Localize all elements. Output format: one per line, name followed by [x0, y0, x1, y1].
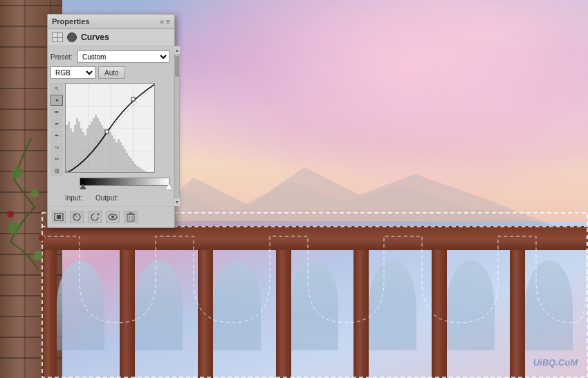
svg-rect-42	[122, 146, 124, 173]
eyedropper-black-tool[interactable]: ✒	[50, 106, 63, 117]
svg-rect-48	[134, 164, 136, 173]
arch-2	[120, 250, 198, 378]
smooth-curve-tool[interactable]: ∿	[50, 142, 63, 153]
svg-rect-68	[129, 213, 132, 214]
io-row: Input: Output:	[65, 194, 169, 202]
scroll-up-arrow[interactable]: ▲	[175, 48, 180, 53]
svg-rect-17	[70, 129, 72, 173]
point-tool[interactable]: ✦	[50, 95, 63, 106]
curves-grid-svg	[66, 84, 155, 173]
svg-point-4	[30, 189, 39, 198]
bottom-toolbar	[48, 206, 174, 227]
svg-rect-44	[126, 153, 128, 173]
properties-panel: Properties « ≡ Curves Preset: Custom	[47, 14, 175, 228]
panel-title: Properties	[52, 17, 89, 26]
grid-cell-1	[53, 33, 57, 37]
svg-rect-53	[145, 171, 147, 173]
reset-button[interactable]	[88, 211, 102, 223]
arch-6	[432, 250, 510, 378]
scroll-down-arrow[interactable]: ▼	[175, 200, 180, 205]
svg-rect-25	[86, 129, 89, 173]
preset-row: Preset: Custom	[50, 50, 169, 63]
svg-rect-43	[124, 149, 126, 173]
eyedropper-white-tool[interactable]: ✒	[50, 130, 63, 141]
adjustment-icon	[67, 32, 77, 42]
scrollbar-thumb[interactable]	[175, 56, 179, 77]
grid-icon	[52, 32, 63, 42]
svg-point-3	[12, 167, 23, 178]
svg-rect-57	[66, 171, 69, 173]
svg-rect-37	[111, 135, 113, 173]
channel-mixer-tool[interactable]: ⊞	[50, 165, 63, 176]
svg-point-7	[7, 211, 14, 218]
arch-4	[276, 250, 354, 378]
preset-select[interactable]: Custom	[77, 50, 169, 63]
svg-rect-51	[140, 169, 143, 173]
channel-select[interactable]: RGB	[50, 66, 95, 79]
white-point-handle[interactable]	[165, 184, 172, 189]
scrollbar-track[interactable]	[174, 54, 180, 198]
grid-cell-3	[53, 38, 57, 42]
svg-rect-34	[105, 132, 107, 173]
svg-rect-36	[109, 132, 111, 173]
preset-label: Preset:	[50, 53, 75, 61]
svg-rect-39	[116, 142, 118, 173]
output-label: Output:	[95, 194, 123, 202]
svg-point-5	[8, 222, 20, 234]
svg-rect-31	[99, 122, 101, 173]
panel-body: Preset: Custom RGB Auto ↖ ✦ ✒ ✒	[48, 46, 174, 206]
pencil-tool[interactable]: ✏	[50, 153, 63, 164]
svg-rect-47	[132, 161, 134, 173]
delete-icon	[127, 212, 135, 222]
svg-rect-20	[76, 118, 78, 173]
svg-rect-15	[66, 125, 68, 173]
svg-rect-28	[93, 118, 95, 173]
arch-5	[353, 250, 432, 378]
svg-rect-54	[147, 172, 149, 173]
grid-cell-4	[58, 38, 63, 42]
svg-marker-63	[97, 214, 100, 216]
input-label: Input:	[65, 194, 93, 202]
svg-rect-61	[57, 215, 61, 219]
eyedropper-gray-tool[interactable]: ✒	[50, 118, 63, 129]
svg-rect-19	[74, 125, 76, 173]
svg-point-6	[33, 251, 43, 261]
panel-titlebar: Properties « ≡	[48, 15, 174, 29]
bridge	[42, 226, 588, 378]
history-icon	[72, 212, 82, 222]
collapse-icon[interactable]: «	[160, 18, 165, 26]
curves-graph[interactable]	[65, 83, 155, 173]
bridge-beam	[42, 226, 588, 250]
auto-button[interactable]: Auto	[98, 66, 125, 79]
add-mask-button[interactable]	[52, 211, 66, 223]
menu-icon[interactable]: ≡	[166, 18, 170, 26]
svg-point-8	[39, 236, 44, 241]
svg-point-65	[111, 216, 114, 218]
pointer-tool[interactable]: ↖	[50, 83, 63, 94]
reset-icon	[90, 212, 100, 222]
visibility-button[interactable]	[106, 211, 120, 223]
svg-rect-23	[82, 132, 84, 173]
history-button[interactable]	[70, 211, 84, 223]
svg-rect-35	[107, 129, 109, 173]
svg-rect-46	[130, 158, 132, 173]
svg-rect-50	[138, 167, 140, 173]
input-gradient-slider[interactable]	[80, 178, 169, 186]
svg-rect-32	[101, 125, 103, 173]
curves-header: Curves	[48, 29, 174, 46]
svg-rect-24	[84, 135, 86, 173]
svg-rect-38	[113, 139, 116, 173]
svg-rect-40	[118, 139, 120, 173]
svg-rect-59	[131, 97, 135, 101]
visibility-icon	[108, 214, 118, 220]
curve-tools: ↖ ✦ ✒ ✒ ✒ ∿ ✏ ⊞	[50, 83, 63, 176]
mountains	[138, 157, 553, 226]
delete-button[interactable]	[124, 211, 138, 223]
gradient-slider-area	[65, 178, 169, 186]
grid-cell-2	[58, 33, 63, 37]
svg-rect-58	[105, 130, 109, 133]
arches	[42, 250, 588, 378]
watermark: UiBQ.CoM	[533, 357, 578, 368]
svg-rect-45	[128, 156, 130, 173]
black-point-handle[interactable]	[80, 184, 86, 189]
